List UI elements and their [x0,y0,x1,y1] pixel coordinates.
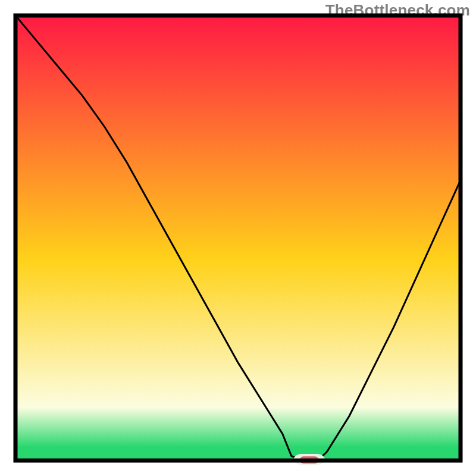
bottleneck-chart [0,0,476,476]
chart-container: TheBottleneck.com [0,0,476,476]
plot-background [15,15,461,461]
